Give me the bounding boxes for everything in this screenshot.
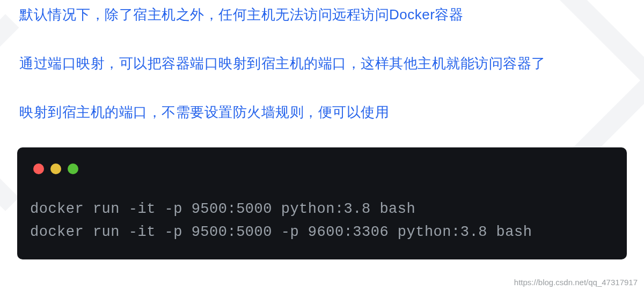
- watermark-text: https://blog.csdn.net/qq_47317917: [514, 278, 638, 287]
- terminal-window: docker run -it -p 9500:5000 python:3.8 b…: [17, 147, 627, 259]
- article-content: 默认情况下，除了宿主机之外，任何主机无法访问远程访问Docker容器 通过端口映…: [0, 0, 644, 122]
- paragraph-2: 通过端口映射，可以把容器端口映射到宿主机的端口，这样其他主机就能访问容器了: [19, 54, 625, 73]
- paragraph-1: 默认情况下，除了宿主机之外，任何主机无法访问远程访问Docker容器: [19, 5, 625, 24]
- zoom-icon[interactable]: [68, 163, 78, 174]
- terminal-line-1: docker run -it -p 9500:5000 python:3.8 b…: [30, 198, 614, 221]
- window-controls: [33, 163, 614, 174]
- terminal-line-2: docker run -it -p 9500:5000 -p 9600:3306…: [30, 221, 614, 244]
- minimize-icon[interactable]: [50, 163, 61, 174]
- close-icon[interactable]: [33, 163, 44, 174]
- paragraph-3: 映射到宿主机的端口，不需要设置防火墙规则，便可以使用: [19, 103, 625, 122]
